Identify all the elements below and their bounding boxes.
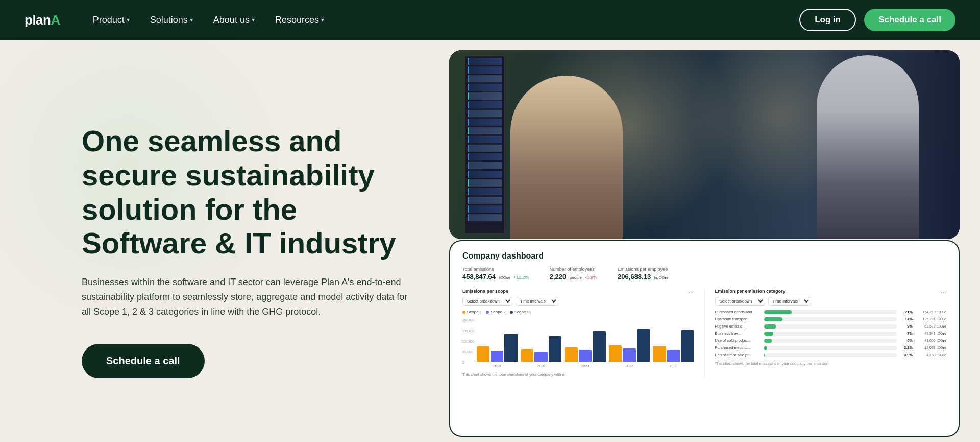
bar-x-labels: 2019 2020 2021 2022 2023: [477, 364, 694, 368]
hbar-item: Business trav... 7% 48,243 tCO₂e: [715, 331, 947, 336]
stat-emissions-per-employee: Emissions per employee 206,688.13 kgCO₂e: [618, 267, 669, 281]
hbar-item: Upstream transport... 14% 125,281 tCO₂e: [715, 317, 947, 321]
logo-plan: plan: [24, 12, 51, 28]
chart-left-footer: This chart shows the total emissions of …: [462, 372, 694, 378]
chart-legend: Scope 1 Scope 2 Scope 3: [462, 310, 694, 314]
chart-right-footer: This chart shows the total emissions of …: [715, 361, 947, 367]
breakdown-select-left[interactable]: Select breakdown: [462, 297, 512, 306]
nav-item-product[interactable]: Product ▾: [85, 11, 138, 30]
bar-group-2019: [477, 334, 518, 362]
server-rack: [464, 55, 505, 234]
nav-actions: Log in Schedule a call: [799, 9, 955, 31]
time-select-left[interactable]: Time intervals: [516, 297, 558, 306]
chevron-down-icon: ▾: [127, 16, 130, 24]
hbar-item: Fugitive emissio... 9% 62,578 tCO₂e: [715, 324, 947, 329]
nav-links: Product ▾ Solutions ▾ About us ▾ Resourc…: [85, 11, 799, 30]
stat-employees: Number of employees 2,220 people -3.9%: [550, 267, 597, 281]
dashboard-title: Company dashboard: [462, 251, 946, 261]
dashboard-charts: Emissions per scope ··· Select breakdown…: [462, 289, 946, 378]
hero-photo: [449, 50, 960, 239]
scope1-legend-dot: [462, 311, 465, 314]
person-1-silhouette: [510, 76, 623, 239]
dashboard-stats: Total emissions 458,847.64 tCO₂e +11.2% …: [462, 267, 946, 281]
chart-more-icon[interactable]: ···: [688, 288, 694, 296]
logo[interactable]: planA: [24, 12, 60, 28]
bar-group-2023: [653, 330, 694, 362]
scope2-legend-dot: [486, 311, 489, 314]
login-button[interactable]: Log in: [799, 9, 856, 31]
scope3-legend-dot: [510, 311, 513, 314]
chevron-down-icon: ▾: [321, 16, 324, 24]
horizontal-bar-list: Purchased goods and... 21% 154,210 tCO₂e…: [715, 310, 947, 357]
bar-chart: [477, 318, 694, 364]
chart-more-right-icon[interactable]: ···: [940, 288, 946, 296]
dashboard-card: Company dashboard Total emissions 458,84…: [449, 240, 960, 437]
schedule-call-nav-button[interactable]: Schedule a call: [864, 9, 955, 31]
chevron-down-icon: ▾: [190, 16, 193, 24]
bar-group-2020: [521, 336, 561, 362]
nav-item-solutions[interactable]: Solutions ▾: [142, 11, 201, 30]
nav-item-about[interactable]: About us ▾: [205, 11, 263, 30]
bar-group-2021: [565, 331, 605, 362]
hero-photo-card: [449, 50, 960, 239]
chart-controls-left: Select breakdown Time intervals: [462, 297, 694, 306]
chart-controls-right: Select breakdown Time intervals: [715, 297, 947, 306]
breakdown-select-right[interactable]: Select breakdown: [715, 297, 765, 306]
hero-left: One seamless and secure sustainability s…: [0, 40, 449, 442]
chevron-down-icon: ▾: [252, 16, 255, 24]
hbar-item: Purchased goods and... 21% 154,210 tCO₂e: [715, 310, 947, 314]
stat-total-emissions: Total emissions 458,847.64 tCO₂e +11.2%: [462, 267, 529, 281]
bar-group-2022: [609, 329, 650, 362]
chart-divider: [704, 289, 705, 378]
time-select-right[interactable]: Time intervals: [768, 297, 811, 306]
logo-text: planA: [24, 12, 60, 28]
hero-title: One seamless and secure sustainability s…: [82, 124, 408, 261]
navbar: planA Product ▾ Solutions ▾ About us ▾ R…: [0, 0, 980, 40]
emissions-per-scope-chart: Emissions per scope ··· Select breakdown…: [462, 289, 694, 378]
hbar-item: Use of sold produc... 6% 41,600 tCO₂e: [715, 338, 947, 343]
person-2-silhouette: [817, 55, 919, 239]
hbar-item: Purchased electrici... 2.2% 13,037 tCO₂e: [715, 345, 947, 350]
nav-item-resources[interactable]: Resources ▾: [267, 11, 332, 30]
schedule-call-hero-button[interactable]: Schedule a call: [82, 344, 205, 378]
hero-section: One seamless and secure sustainability s…: [0, 40, 980, 442]
hbar-item: End of life of sale pr... 0.9% 4,160 tCO…: [715, 353, 947, 357]
hero-right: Company dashboard Total emissions 458,84…: [449, 40, 980, 442]
emission-per-category-chart: Emission per emission category ··· Selec…: [715, 289, 947, 378]
logo-a: A: [51, 12, 60, 28]
hero-subtitle: Businesses within the software and IT se…: [82, 275, 408, 319]
